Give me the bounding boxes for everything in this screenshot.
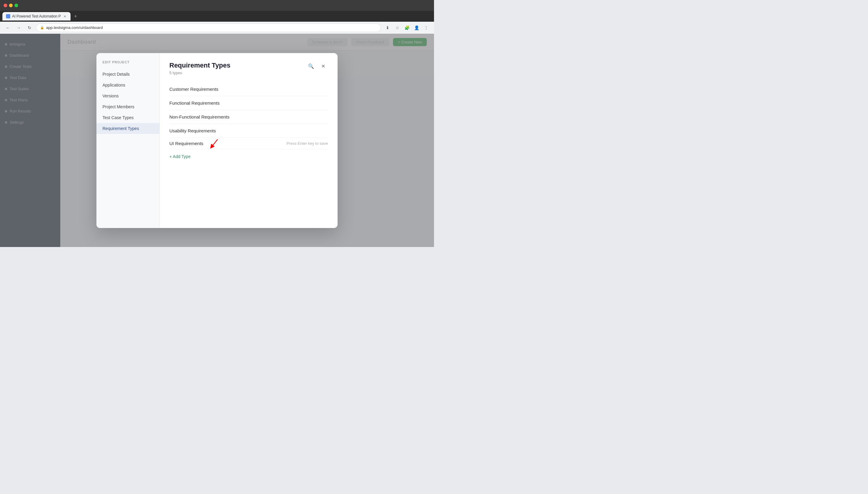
- search-button[interactable]: 🔍: [306, 61, 316, 71]
- traffic-lights: [4, 4, 18, 7]
- extensions-icon[interactable]: 🧩: [403, 23, 411, 32]
- nav-item-project-members[interactable]: Project Members: [96, 101, 159, 112]
- back-button[interactable]: ←: [4, 23, 12, 32]
- modal-right-panel: Requirement Types 5 types 🔍 ✕ Customer R…: [160, 53, 338, 228]
- address-bar[interactable]: 🔒 app.testsigma.com/ui/dashboard: [36, 23, 381, 32]
- type-item-usability-requirements[interactable]: Usability Requirements: [170, 124, 328, 138]
- modal-header-actions: 🔍 ✕: [306, 61, 328, 71]
- type-item-non-functional-requirements[interactable]: Non-Functional Requirements: [170, 110, 328, 124]
- edit-project-modal: EDIT PROJECT Project Details Application…: [96, 53, 338, 228]
- close-traffic-light[interactable]: [4, 4, 7, 7]
- type-name-input[interactable]: [170, 141, 287, 146]
- menu-icon[interactable]: ⋮: [422, 23, 430, 32]
- new-tab-button[interactable]: +: [72, 12, 79, 20]
- modal-left-panel: EDIT PROJECT Project Details Application…: [96, 53, 160, 228]
- refresh-button[interactable]: ↻: [25, 23, 34, 32]
- bookmark-icon[interactable]: ☆: [393, 23, 401, 32]
- tab-title: AI Powered Test Automation P: [12, 14, 61, 18]
- type-item-ui-requirements-editing[interactable]: Press Enter key to save: [170, 138, 328, 149]
- lock-icon: 🔒: [40, 26, 44, 30]
- tab-favicon: [6, 14, 10, 18]
- browser-toolbar: ← → ↻ 🔒 app.testsigma.com/ui/dashboard ⬇…: [0, 22, 434, 34]
- address-text: app.testsigma.com/ui/dashboard: [46, 25, 103, 30]
- modal-overlay: EDIT PROJECT Project Details Application…: [0, 34, 434, 247]
- nav-item-versions[interactable]: Versions: [96, 91, 159, 101]
- modal-header: Requirement Types 5 types 🔍 ✕: [170, 61, 328, 75]
- browser-chrome: [0, 0, 434, 11]
- profile-icon[interactable]: 👤: [412, 23, 421, 32]
- edit-project-label: EDIT PROJECT: [96, 60, 159, 69]
- close-icon: ✕: [321, 63, 325, 69]
- search-icon: 🔍: [308, 63, 314, 69]
- close-button[interactable]: ✕: [318, 61, 328, 71]
- active-browser-tab[interactable]: AI Powered Test Automation P ✕: [2, 12, 71, 20]
- toolbar-actions: ⬇ ☆ 🧩 👤 ⋮: [383, 23, 430, 32]
- minimize-traffic-light[interactable]: [9, 4, 13, 7]
- modal-title-section: Requirement Types 5 types: [170, 61, 231, 75]
- nav-item-requirement-types[interactable]: Requirement Types: [96, 123, 159, 134]
- nav-item-project-details[interactable]: Project Details: [96, 69, 159, 80]
- nav-item-applications[interactable]: Applications: [96, 80, 159, 91]
- add-type-button[interactable]: + Add Type: [170, 154, 191, 159]
- nav-item-test-case-types[interactable]: Test Case Types: [96, 112, 159, 123]
- type-item-customer-requirements[interactable]: Customer Requirements: [170, 82, 328, 96]
- forward-button[interactable]: →: [15, 23, 23, 32]
- press-enter-hint: Press Enter key to save: [287, 141, 328, 146]
- modal-title: Requirement Types: [170, 61, 231, 69]
- type-item-functional-requirements[interactable]: Functional Requirements: [170, 96, 328, 110]
- download-icon[interactable]: ⬇: [383, 23, 392, 32]
- modal-subtitle: 5 types: [170, 71, 231, 75]
- maximize-traffic-light[interactable]: [15, 4, 18, 7]
- browser-tab-bar: AI Powered Test Automation P ✕ +: [0, 11, 434, 22]
- tab-close-button[interactable]: ✕: [63, 14, 67, 18]
- requirement-types-list: Customer Requirements Functional Require…: [170, 82, 328, 220]
